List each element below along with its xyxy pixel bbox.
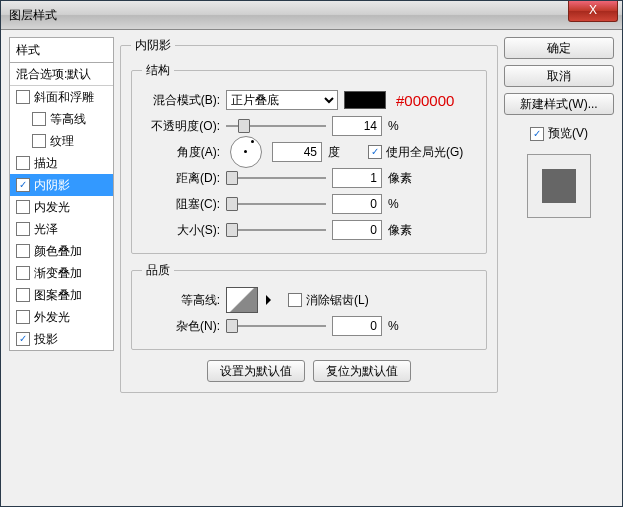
style-item-label: 内发光 xyxy=(34,199,70,216)
angle-label: 角度(A): xyxy=(142,144,220,161)
color-hex: #000000 xyxy=(396,92,454,109)
opacity-slider[interactable] xyxy=(226,119,326,133)
noise-label: 杂色(N): xyxy=(142,318,220,335)
style-item[interactable]: 颜色叠加 xyxy=(10,240,113,262)
global-light-checkbox[interactable]: 使用全局光(G) xyxy=(368,144,463,161)
size-slider[interactable] xyxy=(226,223,326,237)
antialias-label: 消除锯齿(L) xyxy=(306,292,369,309)
contour-picker[interactable] xyxy=(226,287,258,313)
noise-input[interactable] xyxy=(332,316,382,336)
style-item[interactable]: 等高线 xyxy=(10,108,113,130)
size-input[interactable] xyxy=(332,220,382,240)
right-panel: 确定 取消 新建样式(W)... 预览(V) xyxy=(504,37,614,498)
center-panel: 内阴影 结构 混合模式(B): 正片叠底 #000000 不透明度(O): xyxy=(120,37,498,498)
style-item-label: 光泽 xyxy=(34,221,58,238)
styles-list: 混合选项:默认 斜面和浮雕等高线纹理描边内阴影内发光光泽颜色叠加渐变叠加图案叠加… xyxy=(9,63,114,351)
distance-slider[interactable] xyxy=(226,171,326,185)
style-item[interactable]: 纹理 xyxy=(10,130,113,152)
style-item[interactable]: 斜面和浮雕 xyxy=(10,86,113,108)
defaults-buttons: 设置为默认值 复位为默认值 xyxy=(131,360,487,382)
check-icon[interactable] xyxy=(16,178,30,192)
window-title: 图层样式 xyxy=(9,7,57,24)
distance-input[interactable] xyxy=(332,168,382,188)
choke-label: 阻塞(C): xyxy=(142,196,220,213)
panel-title: 内阴影 xyxy=(131,37,175,54)
preview-label: 预览(V) xyxy=(548,125,588,142)
blend-mode-label: 混合模式(B): xyxy=(142,92,220,109)
style-item-label: 渐变叠加 xyxy=(34,265,82,282)
check-icon[interactable] xyxy=(16,332,30,346)
distance-unit: 像素 xyxy=(388,170,422,187)
blend-mode-select[interactable]: 正片叠底 xyxy=(226,90,338,110)
choke-slider[interactable] xyxy=(226,197,326,211)
opacity-label: 不透明度(O): xyxy=(142,118,220,135)
size-unit: 像素 xyxy=(388,222,422,239)
preview-checkbox[interactable]: 预览(V) xyxy=(504,125,614,142)
check-icon[interactable] xyxy=(16,244,30,258)
style-item-label: 外发光 xyxy=(34,309,70,326)
size-label: 大小(S): xyxy=(142,222,220,239)
quality-legend: 品质 xyxy=(142,262,174,279)
angle-dial[interactable] xyxy=(230,136,262,168)
close-button[interactable]: X xyxy=(568,1,618,22)
ok-button[interactable]: 确定 xyxy=(504,37,614,59)
noise-unit: % xyxy=(388,319,422,333)
new-style-button[interactable]: 新建样式(W)... xyxy=(504,93,614,115)
choke-input[interactable] xyxy=(332,194,382,214)
style-item-label: 斜面和浮雕 xyxy=(34,89,94,106)
opacity-unit: % xyxy=(388,119,422,133)
style-item[interactable]: 内发光 xyxy=(10,196,113,218)
check-icon[interactable] xyxy=(16,266,30,280)
check-icon xyxy=(530,127,544,141)
quality-group: 品质 等高线: 消除锯齿(L) 杂色(N): xyxy=(131,262,487,350)
check-icon[interactable] xyxy=(32,112,46,126)
check-icon[interactable] xyxy=(32,134,46,148)
check-icon[interactable] xyxy=(16,222,30,236)
check-icon[interactable] xyxy=(16,310,30,324)
style-item[interactable]: 渐变叠加 xyxy=(10,262,113,284)
style-item[interactable]: 图案叠加 xyxy=(10,284,113,306)
style-item-label: 颜色叠加 xyxy=(34,243,82,260)
style-item-label: 图案叠加 xyxy=(34,287,82,304)
titlebar[interactable]: 图层样式 X xyxy=(1,1,622,30)
style-item-label: 内阴影 xyxy=(34,177,70,194)
style-item[interactable]: 投影 xyxy=(10,328,113,350)
style-item-label: 纹理 xyxy=(50,133,74,150)
distance-label: 距离(D): xyxy=(142,170,220,187)
reset-default-button[interactable]: 复位为默认值 xyxy=(313,360,411,382)
style-item-label: 投影 xyxy=(34,331,58,348)
antialias-checkbox[interactable]: 消除锯齿(L) xyxy=(288,292,369,309)
check-icon xyxy=(288,293,302,307)
style-item[interactable]: 描边 xyxy=(10,152,113,174)
choke-unit: % xyxy=(388,197,422,211)
check-icon[interactable] xyxy=(16,90,30,104)
inner-shadow-fieldset: 内阴影 结构 混合模式(B): 正片叠底 #000000 不透明度(O): xyxy=(120,37,498,393)
structure-group: 结构 混合模式(B): 正片叠底 #000000 不透明度(O): % xyxy=(131,62,487,254)
check-icon[interactable] xyxy=(16,156,30,170)
style-item[interactable]: 内阴影 xyxy=(10,174,113,196)
style-item[interactable]: 光泽 xyxy=(10,218,113,240)
styles-panel: 样式 混合选项:默认 斜面和浮雕等高线纹理描边内阴影内发光光泽颜色叠加渐变叠加图… xyxy=(9,37,114,498)
style-item-label: 等高线 xyxy=(50,111,86,128)
cancel-button[interactable]: 取消 xyxy=(504,65,614,87)
check-icon[interactable] xyxy=(16,200,30,214)
check-icon[interactable] xyxy=(16,288,30,302)
blending-options-label: 混合选项:默认 xyxy=(16,66,91,83)
contour-label: 等高线: xyxy=(142,292,220,309)
preview-thumbnail xyxy=(542,169,576,203)
color-swatch[interactable] xyxy=(344,91,386,109)
opacity-input[interactable] xyxy=(332,116,382,136)
dialog-body: 样式 混合选项:默认 斜面和浮雕等高线纹理描边内阴影内发光光泽颜色叠加渐变叠加图… xyxy=(1,29,622,506)
layer-style-dialog: 图层样式 X 样式 混合选项:默认 斜面和浮雕等高线纹理描边内阴影内发光光泽颜色… xyxy=(0,0,623,507)
angle-input[interactable] xyxy=(272,142,322,162)
styles-header[interactable]: 样式 xyxy=(9,37,114,63)
blending-options-row[interactable]: 混合选项:默认 xyxy=(10,63,113,86)
check-icon xyxy=(368,145,382,159)
noise-slider[interactable] xyxy=(226,319,326,333)
angle-unit: 度 xyxy=(328,144,362,161)
set-default-button[interactable]: 设置为默认值 xyxy=(207,360,305,382)
style-item[interactable]: 外发光 xyxy=(10,306,113,328)
preview-box xyxy=(527,154,591,218)
structure-legend: 结构 xyxy=(142,62,174,79)
global-light-label: 使用全局光(G) xyxy=(386,144,463,161)
